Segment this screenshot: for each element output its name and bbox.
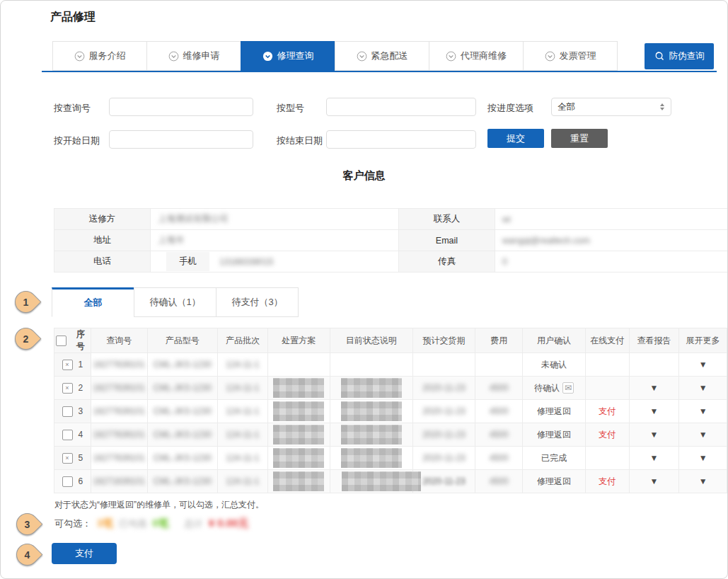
status-cell <box>330 353 412 377</box>
product-batch: 124-11-1 <box>226 360 259 369</box>
model-input[interactable] <box>326 98 476 116</box>
delivery-date: 2020-11-23 <box>422 406 466 416</box>
end-date-input[interactable] <box>326 130 476 149</box>
redacted-plan <box>273 471 324 491</box>
row-checkbox-disabled <box>62 360 73 370</box>
page-title: 产品修理 <box>50 10 96 25</box>
query-no: 16277639101 <box>93 430 144 440</box>
mobile-value: 13188338015 <box>219 257 273 267</box>
product-batch: 124-11-1 <box>226 406 259 416</box>
customer-row-address-email: 地址 上海市 Email wangqi@realtech.com <box>54 230 728 251</box>
view-report-icon[interactable]: ▼ <box>649 453 658 463</box>
product-model: CML-JKS-1230 <box>154 383 212 393</box>
subtab-pending-payment[interactable]: 待支付（3） <box>216 287 299 317</box>
selectable-count: 3笔 <box>97 517 113 530</box>
anti-counterfeit-query-button[interactable]: 防伪查询 <box>645 43 714 69</box>
annotation-badge-3: 3 <box>12 509 43 540</box>
progress-label: 按进度选项 <box>487 102 533 115</box>
redacted-status <box>341 448 402 468</box>
row-no: 4 <box>79 430 83 440</box>
pay-cell <box>585 377 629 400</box>
redacted-plan <box>273 401 324 421</box>
redacted-plan <box>273 378 324 398</box>
table-header-row: 序号 查询号 产品型号 产品批次 处置方案 目前状态说明 预计交货期 费用 用户… <box>54 328 727 353</box>
tab-label: 修理查询 <box>277 50 314 62</box>
annotation-badge-4: 4 <box>12 539 43 571</box>
subtab-pending-confirm[interactable]: 待确认（1） <box>134 287 216 317</box>
tab-repair-query[interactable]: 修理查询 <box>241 41 335 71</box>
product-model: CML-JKS-1230 <box>154 360 212 369</box>
expand-more-icon[interactable]: ▼ <box>699 360 707 369</box>
row-checkbox[interactable] <box>62 406 73 417</box>
chevron-down-icon <box>446 51 456 62</box>
confirm-status: 修理返回 <box>523 470 585 493</box>
subtab-all[interactable]: 全部 <box>52 287 134 317</box>
product-model: CML-JKS-1230 <box>154 453 212 463</box>
chevron-down-icon <box>74 51 85 62</box>
fee: 4500 <box>490 430 509 440</box>
product-batch: 124-11-1 <box>226 383 259 393</box>
tab-invoice-mgmt[interactable]: 发票管理 <box>523 41 618 71</box>
tab-urgent-delivery[interactable]: 紧急配送 <box>335 41 429 71</box>
progress-select[interactable]: 全部 <box>551 98 671 116</box>
view-report-icon[interactable]: ▼ <box>649 476 658 486</box>
pay-link[interactable]: 支付 <box>599 406 616 416</box>
delivery-date: 2020-11-23 <box>422 430 466 440</box>
row-checkbox[interactable] <box>62 430 73 440</box>
expand-more-icon[interactable]: ▼ <box>699 430 707 440</box>
expand-more-icon[interactable]: ▼ <box>699 476 707 486</box>
view-report-icon[interactable]: ▼ <box>649 383 658 393</box>
fax-label: 传真 <box>399 251 495 273</box>
customer-info-table: 送修方 上海测试有限公司 联系人 wi 地址 上海市 Email wangqi@… <box>54 208 728 273</box>
pay-link[interactable]: 支付 <box>599 476 616 486</box>
sender-label: 送修方 <box>54 209 151 230</box>
magnifier-check-icon <box>654 51 665 62</box>
pay-button[interactable]: 支付 <box>52 543 117 564</box>
table-row: 1 16277639101 CML-JKS-1230 124-11-1 未确认 … <box>54 353 727 377</box>
row-checkbox-disabled <box>62 453 73 464</box>
message-icon[interactable]: ✉ <box>562 382 574 394</box>
fee: 4500 <box>490 453 509 463</box>
sender-value: 上海测试有限公司 <box>158 214 229 224</box>
tab-repair-apply[interactable]: 维修申请 <box>146 41 241 71</box>
redacted-plan <box>273 425 324 445</box>
expand-more-icon[interactable]: ▼ <box>699 406 707 416</box>
view-report-icon[interactable]: ▼ <box>649 406 658 416</box>
query-no-input[interactable] <box>109 98 253 116</box>
reset-button[interactable]: 重置 <box>551 129 608 148</box>
date-cell <box>412 353 475 377</box>
col-expand: 展开更多 <box>679 328 727 353</box>
tab-label: 紧急配送 <box>371 50 408 62</box>
expand-more-icon[interactable]: ▼ <box>699 383 707 393</box>
col-fee: 费用 <box>475 328 523 353</box>
redacted-plan <box>273 448 324 468</box>
submit-button[interactable]: 提交 <box>487 129 544 148</box>
row-checkbox[interactable] <box>62 476 73 487</box>
pay-link[interactable]: 支付 <box>599 430 616 440</box>
fee-cell <box>475 353 523 377</box>
email-label: Email <box>399 230 495 251</box>
tab-service-intro[interactable]: 服务介绍 <box>52 41 147 71</box>
start-date-input[interactable] <box>109 130 253 149</box>
col-status: 目前状态说明 <box>330 328 412 353</box>
up-down-stepper-icon <box>659 103 665 111</box>
chevron-down-icon <box>262 51 273 62</box>
pay-cell <box>585 353 629 377</box>
page-frame: 产品修理 服务介绍 维修申请 修理查询 紧急配送 代理商维修 发票管理 防伪查询 <box>0 0 728 579</box>
email-value: wangqi@realtech.com <box>502 236 590 246</box>
confirm-status: 修理返回 <box>523 423 585 447</box>
total-amount: ¥ 0.00元 <box>209 517 249 530</box>
tab-label: 服务介绍 <box>89 50 126 62</box>
chevron-down-icon <box>168 51 179 62</box>
plan-cell <box>267 353 330 377</box>
fee: 4500 <box>490 383 509 393</box>
expand-more-icon[interactable]: ▼ <box>699 453 707 463</box>
tab-label: 代理商维修 <box>461 50 507 62</box>
view-report-icon[interactable]: ▼ <box>649 430 658 440</box>
select-all-checkbox[interactable] <box>56 336 67 346</box>
row-no: 5 <box>79 453 83 463</box>
confirm-status: 修理返回 <box>523 400 585 423</box>
query-no: 16277639101 <box>93 406 144 416</box>
tab-agent-repair[interactable]: 代理商维修 <box>429 41 524 71</box>
chevron-down-icon <box>357 51 367 62</box>
